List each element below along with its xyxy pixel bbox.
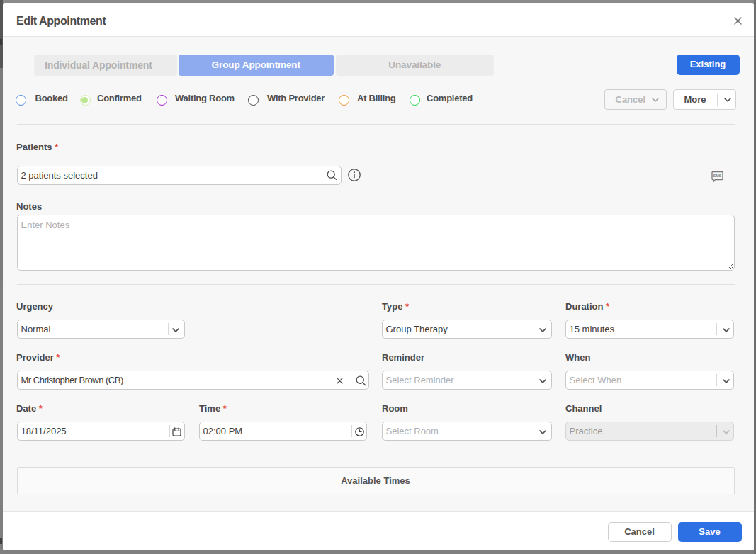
svg-text:SMS: SMS xyxy=(713,174,722,178)
